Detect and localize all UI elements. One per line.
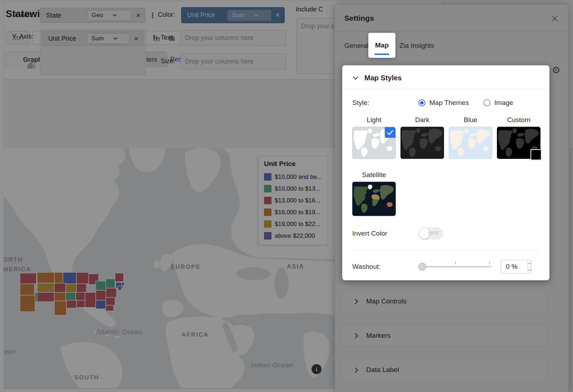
section-title: Map Styles [364, 74, 402, 82]
active-tab-underline [374, 54, 389, 55]
slider-track[interactable] [418, 266, 492, 267]
invert-color-label: Invert Color [352, 230, 418, 237]
theme-custom[interactable]: Custom [497, 116, 540, 159]
chevron-down-icon [353, 76, 358, 80]
spinner-up-icon[interactable] [528, 260, 531, 267]
washout-value-box [501, 260, 532, 273]
map-styles-accordion-header[interactable]: Map Styles [342, 65, 549, 89]
custom-color-swatch[interactable] [530, 149, 542, 160]
washout-slider[interactable] [418, 263, 492, 271]
slider-tick [455, 261, 455, 265]
washout-label: Washout: [352, 263, 418, 271]
spinner-down-icon[interactable] [528, 267, 531, 273]
theme-satellite[interactable]: Satellite [352, 171, 396, 216]
slider-tick [489, 261, 490, 265]
toggle-state-label: OFF [428, 230, 439, 236]
radio-selected-icon [418, 99, 425, 106]
tab-map[interactable]: Map [368, 33, 395, 58]
radio-unselected-icon [483, 99, 490, 106]
radio-map-themes[interactable]: Map Themes [418, 99, 469, 107]
map-styles-card: Map Styles Style: Map Themes Image [342, 65, 549, 280]
slider-thumb[interactable] [418, 263, 426, 271]
divider [352, 250, 539, 251]
theme-light[interactable]: Light [352, 116, 396, 159]
app-window: Statewise Sales * Save ⋮ Sort Underlying… [0, 0, 573, 392]
invert-color-toggle[interactable]: OFF [418, 227, 443, 240]
satellite-thumbnail[interactable] [352, 182, 396, 216]
washout-input[interactable] [501, 260, 527, 273]
style-label: Style: [352, 99, 418, 107]
check-icon [385, 127, 395, 138]
theme-blue[interactable]: Blue [449, 116, 492, 159]
radio-image[interactable]: Image [483, 99, 513, 107]
theme-dark[interactable]: Dark [400, 116, 444, 159]
